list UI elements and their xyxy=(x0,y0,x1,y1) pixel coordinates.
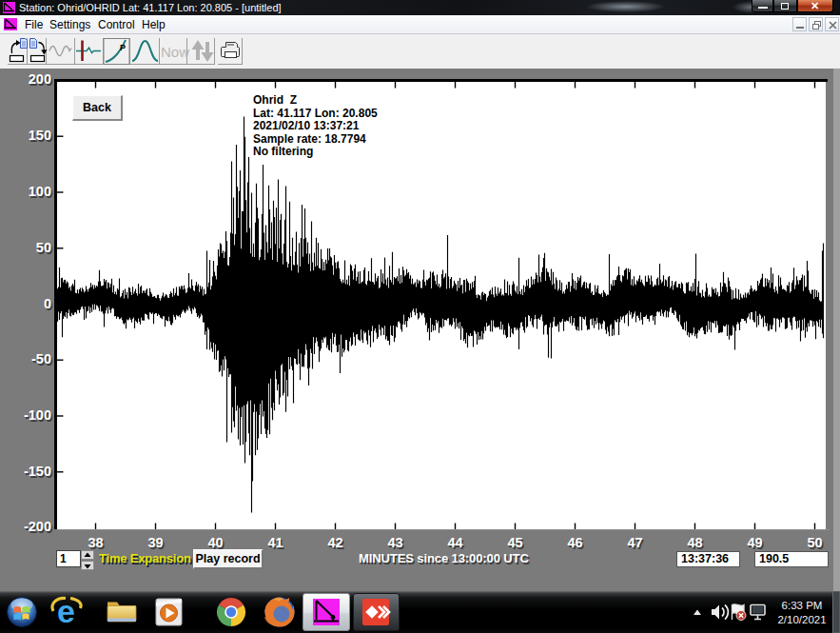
svg-text:Now: Now xyxy=(161,44,189,60)
svg-text:P: P xyxy=(120,43,126,52)
svg-text:6:33 PM: 6:33 PM xyxy=(782,600,823,611)
svg-text:2/10/2021: 2/10/2021 xyxy=(777,614,826,625)
